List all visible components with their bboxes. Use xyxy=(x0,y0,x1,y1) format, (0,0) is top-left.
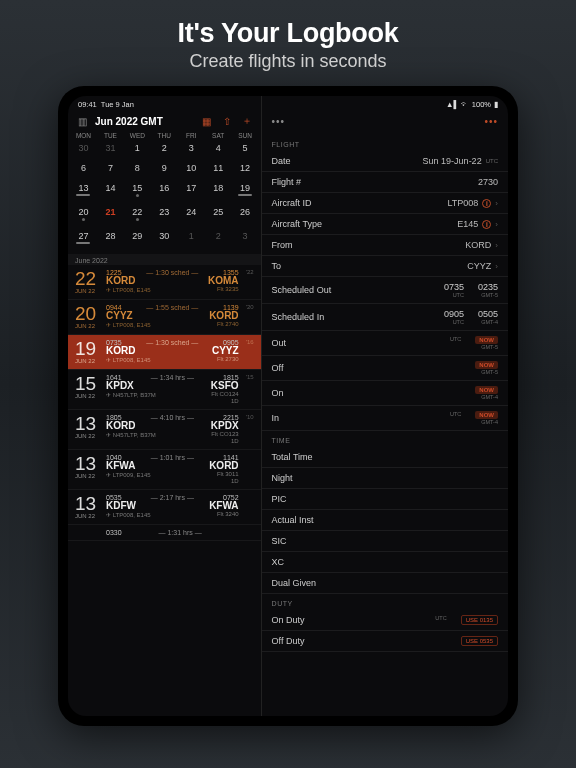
calendar-day[interactable]: 20 xyxy=(70,203,97,227)
row-night[interactable]: Night xyxy=(262,468,508,489)
calendar-day[interactable]: 8 xyxy=(124,159,151,179)
now-button[interactable]: NOW xyxy=(475,361,498,369)
row-in[interactable]: InUTCNOWGMT-4 xyxy=(262,406,508,431)
calendar-day[interactable]: 24 xyxy=(178,203,205,227)
row-on[interactable]: OnNOWGMT-4 xyxy=(262,381,508,406)
calendar-day[interactable]: 16 xyxy=(151,179,178,203)
row-sched-out[interactable]: Scheduled Out0735UTC0235GMT-5 xyxy=(262,277,508,304)
row-aircraft[interactable]: Aircraft IDLTP008i› xyxy=(262,193,508,214)
calendar-day[interactable]: 7 xyxy=(97,159,124,179)
now-button[interactable]: NOW xyxy=(475,336,498,344)
row-total[interactable]: Total Time xyxy=(262,447,508,468)
calendar-day[interactable]: 14 xyxy=(97,179,124,203)
day-col: TUE xyxy=(97,132,124,139)
section-flight: FLIGHT xyxy=(262,135,508,151)
screen: 09:41 Tue 9 Jan ▲▌ ᯤ100%▮ ▥ Jun 2022 GMT… xyxy=(68,96,508,716)
row-xc[interactable]: XC xyxy=(262,552,508,573)
calendar-day[interactable]: 2 xyxy=(205,227,232,250)
calendar-day[interactable]: 30 xyxy=(70,139,97,159)
row-type[interactable]: Aircraft TypeE145i› xyxy=(262,214,508,235)
row-actual-inst[interactable]: Actual Inst xyxy=(262,510,508,531)
row-from[interactable]: FromKORD› xyxy=(262,235,508,256)
now-button[interactable]: NOW xyxy=(475,411,498,419)
hero-subtitle: Create flights in seconds xyxy=(0,51,576,72)
detail-panel: ••• ••• FLIGHT DateSun 19-Jun-22UTC Flig… xyxy=(262,96,508,716)
flight-row[interactable]: 20JUN 22 0944— 1:55 sched —1139 CYYZKORD… xyxy=(68,300,261,335)
more-icon[interactable]: ••• xyxy=(272,116,286,127)
use-button[interactable]: USE 0135 xyxy=(461,615,498,625)
calendar-icon[interactable]: ▦ xyxy=(200,114,214,128)
flight-row[interactable]: 0330— 1:31 hrs — xyxy=(68,525,261,541)
info-icon[interactable]: i xyxy=(482,220,491,229)
day-header: MONTUEWEDTHUFRISATSUN xyxy=(68,132,261,139)
calendar-day[interactable]: 31 xyxy=(97,139,124,159)
calendar-day[interactable]: 17 xyxy=(178,179,205,203)
day-col: THU xyxy=(151,132,178,139)
share-icon[interactable]: ⇧ xyxy=(220,114,234,128)
calendar-day[interactable]: 10 xyxy=(178,159,205,179)
calendar-day[interactable]: 15 xyxy=(124,179,151,203)
calendar-day[interactable]: 25 xyxy=(205,203,232,227)
calendar-day[interactable]: 29 xyxy=(124,227,151,250)
calendar-day[interactable]: 27 xyxy=(70,227,97,250)
info-icon[interactable]: i xyxy=(482,199,491,208)
row-date[interactable]: DateSun 19-Jun-22UTC xyxy=(262,151,508,172)
calendar-day[interactable]: 19 xyxy=(232,179,259,203)
row-onduty[interactable]: On DutyUTCUSE 0135 xyxy=(262,610,508,631)
calendar-day[interactable]: 1 xyxy=(178,227,205,250)
row-sic[interactable]: SIC xyxy=(262,531,508,552)
flight-row[interactable]: 13JUN 22 1805— 4:10 hrs —2215 KORDKPDX ✈… xyxy=(68,410,261,450)
calendar-day[interactable]: 28 xyxy=(97,227,124,250)
calendar-day[interactable]: 18 xyxy=(205,179,232,203)
flight-row[interactable]: 22JUN 22 1225— 1:30 sched —1355 KORDKOMA… xyxy=(68,265,261,300)
chevron-icon: › xyxy=(495,220,498,229)
flight-row[interactable]: 13JUN 22 0535— 2:17 hrs —0752 KDFWKFWA ✈… xyxy=(68,490,261,525)
day-col: FRI xyxy=(178,132,205,139)
calendar-day[interactable]: 23 xyxy=(151,203,178,227)
calendar-day[interactable]: 5 xyxy=(232,139,259,159)
chevron-icon: › xyxy=(495,199,498,208)
chevron-icon: › xyxy=(495,262,498,271)
section-time: TIME xyxy=(262,431,508,447)
calendar-day[interactable]: 6 xyxy=(70,159,97,179)
calendar-day[interactable]: 13 xyxy=(70,179,97,203)
row-off[interactable]: OffNOWGMT-5 xyxy=(262,356,508,381)
sidebar-icon[interactable]: ▥ xyxy=(75,114,89,128)
flight-row[interactable]: 13JUN 22 1040— 1:01 hrs —1141 KFWAKORD ✈… xyxy=(68,450,261,490)
calendar-day[interactable]: 26 xyxy=(232,203,259,227)
tablet-frame: 09:41 Tue 9 Jan ▲▌ ᯤ100%▮ ▥ Jun 2022 GMT… xyxy=(58,86,518,726)
calendar-day[interactable]: 1 xyxy=(124,139,151,159)
hero-title: It's Your Logbook xyxy=(0,18,576,49)
calendar-day[interactable]: 11 xyxy=(205,159,232,179)
list-month-header: June 2022 xyxy=(68,254,261,265)
row-offduty[interactable]: Off DutyUSE 0535 xyxy=(262,631,508,652)
calendar-day[interactable]: 12 xyxy=(232,159,259,179)
day-col: SUN xyxy=(232,132,259,139)
flight-row[interactable]: 15JUN 22 1641— 1:34 hrs —1815 KPDXKSFO ✈… xyxy=(68,370,261,410)
month-label[interactable]: Jun 2022 GMT xyxy=(95,116,194,127)
now-button[interactable]: NOW xyxy=(475,386,498,394)
calendar-day[interactable]: 30 xyxy=(151,227,178,250)
row-flight[interactable]: Flight #2730 xyxy=(262,172,508,193)
more-actions-icon[interactable]: ••• xyxy=(484,116,498,127)
add-icon[interactable]: ＋ xyxy=(240,114,254,128)
calendar-day[interactable]: 21 xyxy=(97,203,124,227)
row-sched-in[interactable]: Scheduled In0905UTC0505GMT-4 xyxy=(262,304,508,331)
row-to[interactable]: ToCYYZ› xyxy=(262,256,508,277)
calendar-day[interactable]: 3 xyxy=(232,227,259,250)
calendar[interactable]: 3031123456789101112131415161718192021222… xyxy=(68,139,261,254)
day-col: WED xyxy=(124,132,151,139)
flight-list[interactable]: June 2022 22JUN 22 1225— 1:30 sched —135… xyxy=(68,254,261,716)
row-pic[interactable]: PIC xyxy=(262,489,508,510)
calendar-day[interactable]: 22 xyxy=(124,203,151,227)
calendar-day[interactable]: 2 xyxy=(151,139,178,159)
day-col: MON xyxy=(70,132,97,139)
use-button[interactable]: USE 0535 xyxy=(461,636,498,646)
row-dual[interactable]: Dual Given xyxy=(262,573,508,594)
calendar-day[interactable]: 9 xyxy=(151,159,178,179)
calendar-day[interactable]: 4 xyxy=(205,139,232,159)
calendar-day[interactable]: 3 xyxy=(178,139,205,159)
wifi-icon: ▲▌ ᯤ xyxy=(446,100,469,109)
row-out[interactable]: OutUTCNOWGMT-5 xyxy=(262,331,508,356)
flight-row[interactable]: 19JUN 22 0735— 1:30 sched —0905 KORDCYYZ… xyxy=(68,335,261,370)
